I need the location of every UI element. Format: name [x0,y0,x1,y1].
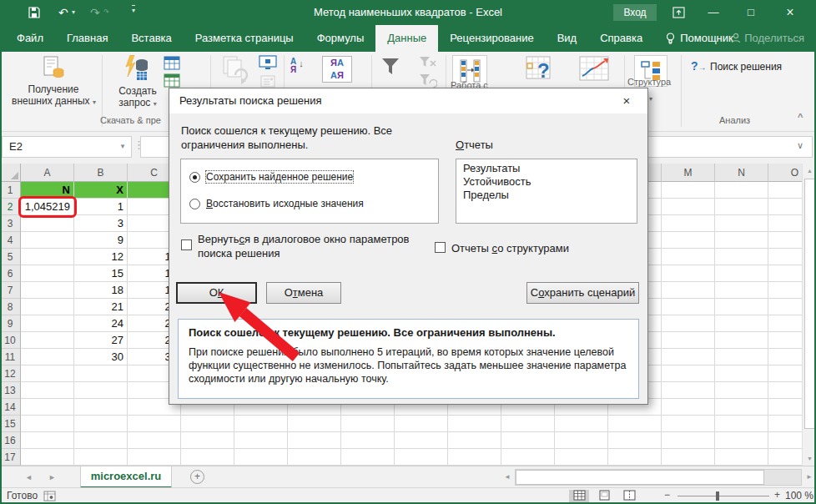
grid-cell[interactable] [662,432,715,449]
collapse-ribbon-icon[interactable]: ^ [798,112,803,122]
return-to-dialog-label[interactable]: Вернуться в диалоговое окно параметров п… [198,232,410,260]
grid-cell[interactable] [608,432,662,449]
grid-cell[interactable]: 1 [74,199,128,215]
grid-cell[interactable] [715,232,768,249]
grid-cell[interactable] [768,449,802,466]
grid-cell[interactable] [21,349,74,365]
grid-cell[interactable] [21,332,74,349]
grid-cell[interactable] [662,382,715,399]
grid-cell[interactable] [768,416,802,432]
row-header[interactable]: 7 [0,282,21,299]
row-header[interactable]: 10 [0,332,21,349]
grid-cell[interactable] [341,449,395,466]
grid-cell[interactable]: 21 [74,299,128,315]
grid-cell[interactable] [74,365,128,382]
grid-cell[interactable] [74,382,128,399]
grid-cell[interactable] [341,416,395,432]
return-to-dialog-checkbox[interactable] [181,239,192,250]
grid-cell[interactable] [662,416,715,432]
save-scenario-button[interactable]: Сохранить сценарий [526,282,639,304]
grid-cell[interactable] [715,199,768,215]
grid-cell[interactable] [662,449,715,466]
grid-cell[interactable]: 18 [74,282,128,299]
sheet-nav-left-icon[interactable]: ◄ [25,466,33,488]
restore-values-radio[interactable] [189,199,200,209]
restore-values-label[interactable]: Восстановить исходные значения [206,198,364,209]
grid-cell[interactable] [21,399,74,416]
new-sheet-button[interactable]: + [190,470,204,484]
outline-reports-label[interactable]: Отчеты со структурами [451,242,569,255]
grid-cell[interactable] [715,215,768,232]
grid-cell[interactable] [768,349,802,365]
row-header[interactable]: 3 [0,215,21,232]
row-header[interactable]: 14 [0,399,21,416]
show-queries-icon[interactable] [164,56,180,70]
row-header[interactable]: 5 [0,249,21,265]
tab-formulas[interactable]: Формулы [305,25,376,52]
grid-cell[interactable] [768,365,802,382]
ribbon-display-options-icon[interactable] [672,7,685,18]
grid-cell[interactable] [715,382,768,399]
grid-cell[interactable] [768,265,802,282]
what-if-analysis-icon[interactable]: ? [526,56,554,83]
grid-cell[interactable] [662,349,715,365]
zoom-slider-thumb[interactable] [716,491,719,501]
grid-cell[interactable] [74,449,128,466]
tab-insert[interactable]: Вставка [119,25,183,52]
grid-cell[interactable] [234,432,288,449]
row-header[interactable]: 6 [0,265,21,282]
grid-cell[interactable] [234,449,288,466]
outline-reports-checkbox[interactable] [435,242,446,253]
grid-cell[interactable] [662,215,715,232]
report-item-limits[interactable]: Пределы [463,189,630,202]
grid-cell[interactable] [21,265,74,282]
scroll-left-icon[interactable]: ◄ [501,469,514,486]
reports-listbox[interactable]: Результаты Устойчивость Пределы [456,159,637,224]
grid-cell[interactable] [768,199,802,215]
column-header[interactable]: N [715,164,768,182]
grid-cell[interactable] [715,349,768,365]
horizontal-scrollbar[interactable]: ◄ ► [501,467,816,487]
grid-cell[interactable] [662,265,715,282]
sort-ascending-icon[interactable]: А↓ Я [290,57,312,74]
tab-view[interactable]: Вид [546,25,589,52]
row-header[interactable]: 15 [0,416,21,432]
get-external-data-button[interactable]: Получение внешних данных ▾ [12,55,95,107]
share-button[interactable]: Поделиться [731,25,804,52]
grid-cell[interactable] [662,399,715,416]
grid-cell[interactable] [181,416,234,432]
grid-cell[interactable] [768,299,802,315]
row-header[interactable]: 12 [0,365,21,382]
tab-review[interactable]: Рецензирование [438,25,545,52]
grid-cell[interactable] [768,249,802,265]
grid-cell[interactable] [181,449,234,466]
filter-icon[interactable] [380,57,400,77]
row-header[interactable]: 4 [0,232,21,249]
connections-icon[interactable] [259,55,277,70]
grid-cell[interactable] [288,449,341,466]
grid-cell[interactable] [448,416,501,432]
grid-cell[interactable] [662,315,715,332]
maximize-button[interactable]: □ [738,0,763,25]
grid-cell[interactable]: 27 [74,332,128,349]
report-item-sensitivity[interactable]: Устойчивость [463,175,630,189]
grid-cell[interactable] [448,449,501,466]
grid-cell[interactable] [768,215,802,232]
grid-cell[interactable] [21,365,74,382]
grid-cell[interactable] [768,332,802,349]
grid-cell[interactable] [395,432,448,449]
grid-cell[interactable] [768,382,802,399]
grid-cell[interactable] [715,449,768,466]
from-table-icon[interactable] [164,73,180,88]
report-item-results[interactable]: Результаты [463,162,630,175]
grid-cell[interactable] [715,299,768,315]
grid-cell[interactable] [74,416,128,432]
row-header[interactable]: 1 [0,182,21,199]
keep-solution-label[interactable]: Сохранить найденное решение [206,171,353,183]
column-header[interactable]: B [74,164,128,182]
column-header[interactable]: A [21,164,74,182]
grid-cell[interactable] [288,432,341,449]
row-header[interactable]: 9 [0,315,21,332]
dialog-close-icon[interactable]: × [616,92,637,110]
grid-cell[interactable] [448,432,501,449]
